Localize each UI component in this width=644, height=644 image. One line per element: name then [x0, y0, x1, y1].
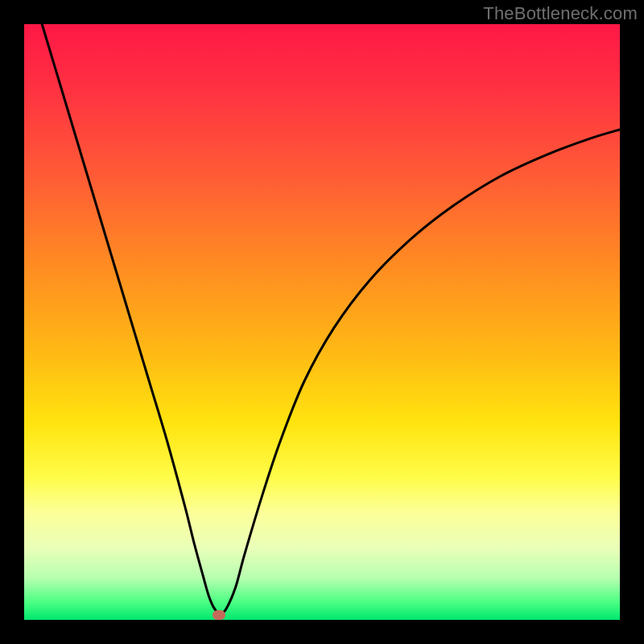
optimal-point-marker — [213, 610, 225, 620]
bottleneck-curve — [24, 24, 620, 620]
watermark-text: TheBottleneck.com — [483, 3, 638, 24]
chart-frame: TheBottleneck.com — [0, 0, 644, 644]
plot-area — [24, 24, 620, 620]
